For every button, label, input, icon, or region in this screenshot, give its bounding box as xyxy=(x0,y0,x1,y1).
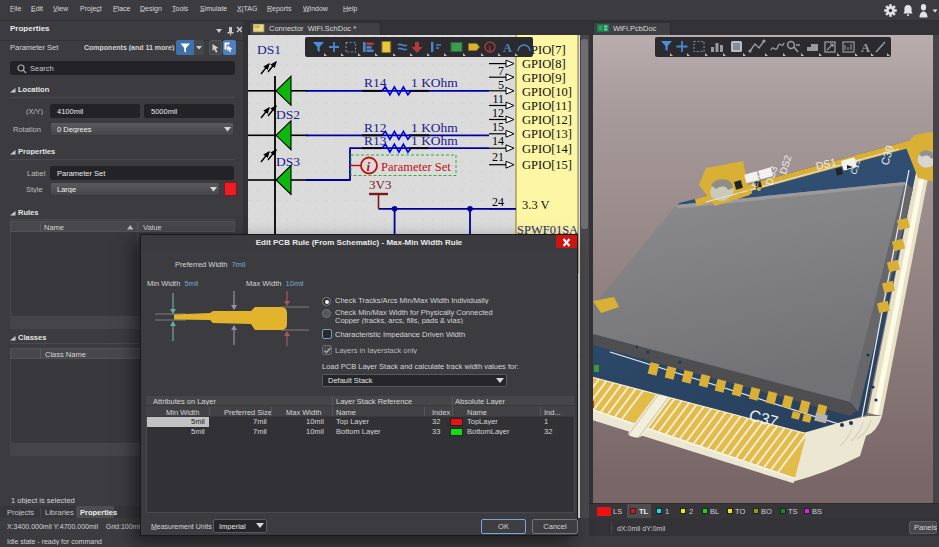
svg-text:GPIO[12]: GPIO[12] xyxy=(522,113,572,127)
svg-text:GPIO[9]: GPIO[9] xyxy=(522,71,566,85)
svg-text:7: 7 xyxy=(498,64,504,78)
svg-text:Parameter Set: Parameter Set xyxy=(381,160,451,174)
svg-text:14: 14 xyxy=(492,134,504,148)
svg-text:3.3 V: 3.3 V xyxy=(522,198,550,212)
svg-text:R13: R13 xyxy=(364,133,387,148)
svg-text:DS3: DS3 xyxy=(276,154,300,169)
svg-text:GPIO[14]: GPIO[14] xyxy=(522,142,572,156)
svg-text:GPIO[15]: GPIO[15] xyxy=(522,158,572,172)
svg-text:GPIO[10]: GPIO[10] xyxy=(522,85,572,99)
svg-text:5: 5 xyxy=(498,78,504,92)
svg-text:21: 21 xyxy=(492,150,504,164)
svg-text:GPIO[11]: GPIO[11] xyxy=(522,99,572,113)
svg-text:R14: R14 xyxy=(364,75,387,90)
svg-text:11: 11 xyxy=(492,92,504,106)
svg-text:DS2: DS2 xyxy=(276,107,300,122)
svg-text:12: 12 xyxy=(492,106,504,120)
svg-text:i: i xyxy=(367,159,371,174)
svg-text:DS1: DS1 xyxy=(257,42,281,57)
svg-text:GPIO[13]: GPIO[13] xyxy=(522,127,572,141)
svg-text:A: A xyxy=(503,41,512,55)
svg-text:1 KOhm: 1 KOhm xyxy=(411,75,458,90)
svg-text:1 KOhm: 1 KOhm xyxy=(411,133,458,148)
svg-text:GPIO[8]: GPIO[8] xyxy=(522,57,566,71)
svg-text:A: A xyxy=(861,41,870,55)
svg-text:15: 15 xyxy=(492,120,504,134)
svg-text:3V3: 3V3 xyxy=(369,177,391,192)
svg-text:24: 24 xyxy=(492,195,504,209)
